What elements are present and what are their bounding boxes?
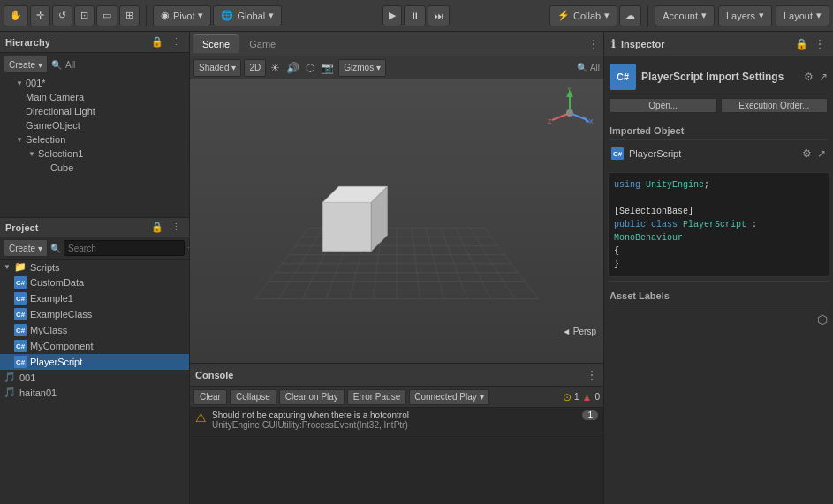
- project-scripts-folder[interactable]: 📁 Scripts: [0, 260, 189, 275]
- project-folder-001[interactable]: 🎵 001: [0, 370, 189, 385]
- hand-tool-button[interactable]: ✋: [4, 5, 28, 26]
- project-create-button[interactable]: Create ▾: [4, 239, 48, 257]
- pivot-group: ◉ Pivot ▾ 🌐 Global ▾: [153, 5, 282, 26]
- account-dropdown[interactable]: Account ▾: [655, 5, 715, 26]
- console-clear-button[interactable]: Clear: [193, 389, 227, 405]
- step-button[interactable]: ⏭: [428, 5, 450, 26]
- move-tool-button[interactable]: ✛: [30, 5, 50, 26]
- inspector-lock-icon[interactable]: 🔒: [795, 38, 808, 50]
- hierarchy-item-gameobject[interactable]: GameObject: [0, 118, 189, 132]
- console-log-row[interactable]: ⚠ Should not be capturing when there is …: [190, 408, 603, 433]
- chevron-down-icon: ▾: [198, 10, 203, 21]
- account-label: Account: [663, 11, 698, 21]
- imported-settings-icon[interactable]: ⚙: [802, 147, 812, 160]
- hierarchy-item-selection1[interactable]: Selection1: [0, 147, 189, 161]
- cloud-button[interactable]: ☁: [619, 5, 641, 26]
- inspector-expand-icon[interactable]: ↗: [819, 71, 828, 83]
- main-toolbar: ✋ ✛ ↺ ⊡ ▭ ⊞ ◉ Pivot ▾ 🌐 Global ▾ ▶ ⏸ ⏭ ⚡…: [0, 0, 833, 32]
- global-label: Global: [237, 11, 265, 21]
- viewport-more-icon[interactable]: ⋮: [587, 37, 600, 51]
- shaded-label: Shaded: [199, 63, 229, 72]
- hierarchy-create-button[interactable]: Create ▾: [4, 56, 48, 73]
- project-file-playerscript[interactable]: C# PlayerScript: [0, 354, 189, 370]
- scene-viewport[interactable]: Y X Z ◄ Persp: [190, 79, 603, 363]
- rect-tool-button[interactable]: ▭: [96, 5, 117, 26]
- scene-gizmo[interactable]: Y X Z: [543, 87, 596, 139]
- transform-tool-button[interactable]: ⊞: [119, 5, 140, 26]
- cs-icon-customdata: C#: [14, 276, 27, 289]
- collab-group: ⚡ Collab ▾ ☁: [549, 5, 641, 26]
- layout-dropdown[interactable]: Layout ▾: [776, 5, 829, 26]
- root-label: 001*: [26, 78, 46, 88]
- inspector-more-icon[interactable]: ⋮: [814, 37, 826, 51]
- lighting-icon[interactable]: ☀: [269, 62, 282, 74]
- console-clear-on-play-button[interactable]: Clear on Play: [279, 389, 345, 405]
- collab-dropdown[interactable]: ⚡ Collab ▾: [549, 5, 617, 26]
- shaded-dropdown[interactable]: Shaded ▾: [193, 59, 241, 77]
- tab-scene[interactable]: Scene: [193, 34, 239, 53]
- play-button[interactable]: ▶: [382, 5, 402, 26]
- scale-tool-button[interactable]: ⊡: [74, 5, 95, 26]
- console-error-pause-button[interactable]: Error Pause: [347, 389, 406, 405]
- project-icon-1[interactable]: ★: [187, 243, 189, 254]
- hierarchy-lock-icon[interactable]: 🔒: [148, 35, 166, 49]
- camera-icon[interactable]: 📷: [319, 62, 336, 74]
- exampleclass-label: ExampleClass: [30, 309, 92, 320]
- pivot-icon: ◉: [161, 10, 170, 21]
- code-preview: using UnityEngine; [SelectionBase] publi…: [608, 172, 829, 277]
- selection-triangle: [16, 136, 23, 144]
- hierarchy-item-cube[interactable]: Cube: [0, 161, 189, 175]
- connected-play-dropdown[interactable]: Connected Play ▾: [409, 389, 489, 405]
- project-more-icon[interactable]: ⋮: [169, 221, 184, 234]
- project-file-myclass[interactable]: C# MyClass: [0, 322, 189, 338]
- effects-icon[interactable]: ⬡: [304, 62, 316, 74]
- project-file-customdata[interactable]: C# CustomData: [0, 275, 189, 290]
- console-message-line2: UnityEngine.GUIUtility:ProcessEvent(Int3…: [212, 420, 409, 430]
- console-message: Should not be capturing when there is a …: [212, 410, 409, 430]
- inspector-icon: ℹ: [611, 37, 616, 50]
- imported-object-section: Imported Object C# PlayerScript ⚙ ↗: [608, 117, 829, 169]
- inspector-panel: ℹ Inspector 🔒 ⋮ C# PlayerScript Import S…: [603, 32, 833, 504]
- 2d-button[interactable]: 2D: [244, 59, 266, 77]
- pause-button[interactable]: ⏸: [404, 5, 426, 26]
- gizmos-dropdown[interactable]: Gizmos ▾: [338, 59, 386, 77]
- hierarchy-more-icon[interactable]: ⋮: [169, 35, 184, 49]
- hierarchy-root-item[interactable]: 001*: [0, 76, 189, 90]
- project-search-input[interactable]: [64, 240, 185, 256]
- asset-label-controls: ⬡: [610, 309, 828, 330]
- hierarchy-item-selection[interactable]: Selection: [0, 132, 189, 147]
- cloud-icon: ☁: [625, 10, 635, 21]
- hierarchy-item-directional-light[interactable]: Directional Light: [0, 104, 189, 118]
- layout-label: Layout: [784, 11, 813, 21]
- svg-text:Z: Z: [548, 118, 552, 124]
- hierarchy-panel: Hierarchy 🔒 ⋮ Create ▾ 🔍 All 001*: [0, 32, 189, 217]
- pivot-dropdown[interactable]: ◉ Pivot ▾: [153, 5, 211, 26]
- audio-icon[interactable]: 🔊: [284, 62, 301, 74]
- global-dropdown[interactable]: 🌐 Global ▾: [213, 5, 282, 26]
- project-header: Project 🔒 ⋮: [0, 218, 189, 237]
- separator-2: [647, 5, 648, 26]
- layers-dropdown[interactable]: Layers ▾: [718, 5, 772, 26]
- project-file-example1[interactable]: C# Example1: [0, 290, 189, 306]
- project-panel: Project 🔒 ⋮ Create ▾ 🔍 ★ ⊟ 📁: [0, 217, 189, 504]
- hierarchy-all-label: All: [65, 60, 75, 70]
- open-button[interactable]: Open...: [610, 98, 717, 113]
- hierarchy-item-main-camera[interactable]: Main Camera: [0, 90, 189, 104]
- myclass-label: MyClass: [30, 325, 67, 335]
- project-folder-haitan01[interactable]: 🎵 haitan01: [0, 385, 189, 400]
- chevron-down-collab: ▾: [604, 10, 610, 21]
- project-lock-icon[interactable]: 🔒: [148, 221, 166, 234]
- console-more-icon[interactable]: ⋮: [586, 368, 598, 382]
- rotate-tool-button[interactable]: ↺: [52, 5, 72, 26]
- code-line1: using UnityEngine;: [614, 178, 823, 192]
- cube-label: Cube: [50, 162, 73, 173]
- imported-expand-icon[interactable]: ↗: [817, 147, 826, 160]
- hierarchy-icons: 🔒 ⋮: [148, 35, 184, 49]
- execution-order-button[interactable]: Execution Order...: [721, 98, 829, 113]
- inspector-settings-icon[interactable]: ⚙: [804, 71, 814, 83]
- project-file-mycomponent[interactable]: C# MyComponent: [0, 338, 189, 354]
- asset-label-add-icon[interactable]: ⬡: [817, 312, 828, 327]
- tab-game[interactable]: Game: [240, 35, 284, 53]
- console-collapse-button[interactable]: Collapse: [230, 389, 276, 405]
- project-file-exampleclass[interactable]: C# ExampleClass: [0, 306, 189, 322]
